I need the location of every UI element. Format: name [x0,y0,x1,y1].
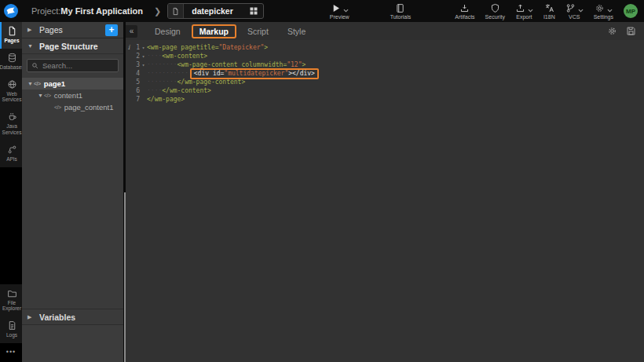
code-line-7[interactable]: 7</wm-page> [126,95,644,104]
line-number: 5 [132,79,140,86]
code-area[interactable]: i1▾<wm-page pagetitle="Datepicker">2▾···… [126,40,644,362]
pages-panel-title: Pages [39,25,63,35]
settings-button[interactable]: Settings [594,3,613,20]
more-menu-button[interactable]: ••• [0,343,22,362]
sidebar-item-pages[interactable]: Pages [0,22,22,49]
chevron-down-icon[interactable] [607,9,613,13]
project-breadcrumb[interactable]: Project:My First Application [31,6,143,16]
book-icon [395,3,405,13]
line-number: 6 [132,87,140,94]
left-rail: PagesDatabasesWeb ServicesJava ServicesA… [0,22,22,362]
scrollbar-thumb[interactable] [124,192,126,362]
page-structure-header[interactable]: ▼ Page Structure [22,38,123,54]
line-number: 1 [132,44,140,51]
save-icon[interactable] [626,26,636,36]
security-button[interactable]: Security [485,3,505,20]
markup-editor: « DesignMarkupScriptStyle i1▾<wm-page pa… [126,22,644,362]
editor-settings-gear-icon[interactable] [607,26,617,36]
fold-caret-icon[interactable]: ▾ [140,45,147,50]
chevron-down-icon[interactable] [528,9,533,13]
branch-icon [565,3,576,13]
breadcrumb-chevron-icon: ❯ [154,6,161,16]
structure-search[interactable] [27,59,119,72]
tree-item-content1[interactable]: ▼</>content1 [22,90,123,101]
sidebar-item-databases[interactable]: Databases [0,49,22,75]
code-line-4[interactable]: 4············<div id="multidatepicker"><… [126,69,644,78]
code-line-5[interactable]: 5········</wm-page-content> [126,78,644,86]
tutorials-button[interactable]: Tutorials [390,3,412,20]
search-input[interactable] [42,61,113,70]
sidebar-item-apis[interactable]: APIs [0,141,22,167]
variables-header[interactable]: ▶ Variables [22,309,123,325]
i18n-button[interactable]: I18N [543,3,555,20]
caret-down-icon[interactable]: ▼ [38,93,44,98]
page-structure-tree: ▼</>page1▼</>content1</>page_content1 [22,78,123,309]
wavemaker-logo-icon[interactable] [0,0,22,22]
export-button[interactable]: Export [515,3,533,20]
fold-caret-icon[interactable]: ▾ [140,62,147,68]
preview-button[interactable]: Preview [330,3,349,20]
search-icon [31,62,38,69]
file-icon [168,4,184,18]
page-icon [7,26,17,36]
widget-code-icon: </> [54,104,61,110]
gear-icon [595,3,605,13]
editor-tab-bar: « DesignMarkupScriptStyle [126,22,644,40]
globe-icon [7,79,17,90]
code-line-1[interactable]: i1▾<wm-page pagetitle="Datepicker"> [126,43,644,52]
topbar: Project:My First Application ❯ datepicke… [0,0,644,22]
pages-panel: ▶ Pages + ▼ Page Structure ▼</>page1▼</>… [22,22,123,362]
sidebar-item-logs[interactable]: Logs [0,316,22,343]
sidebar-item-java-services[interactable]: Java Services [0,108,22,141]
play-icon [331,3,341,13]
page-tab-label: datepicker [184,6,244,16]
gutter-marker: i [126,44,132,51]
code-line-2[interactable]: 2▾····<wm-content> [126,52,644,60]
sidebar-item-web-services[interactable]: Web Services [0,75,22,108]
widget-code-icon: </> [44,93,51,98]
coffee-icon [7,112,17,122]
widget-code-icon: </> [34,81,41,86]
variables-title: Variables [39,313,75,322]
caret-down-icon[interactable]: ▼ [27,81,34,86]
sidebar-item-file-explorer[interactable]: File Explorer [0,284,22,317]
line-number: 4 [132,70,140,77]
translate-icon [544,3,554,13]
pages-panel-header[interactable]: ▶ Pages + [22,22,123,38]
code-line-6[interactable]: 6····</wm-content> [126,86,644,95]
caret-down-icon: ▼ [27,43,34,49]
vcs-button[interactable]: VCS [565,3,584,20]
highlight-box: <div id="multidatepicker"></div> [190,68,319,79]
caret-right-icon: ▶ [27,314,34,320]
chevron-down-icon[interactable] [343,9,349,13]
avatar[interactable]: MP [624,4,638,18]
log-icon [7,320,17,331]
chevron-down-icon[interactable] [578,9,584,13]
page-structure-title: Page Structure [39,42,98,51]
page-tab-datepicker[interactable]: datepicker [167,3,264,19]
tab-markup[interactable]: Markup [192,24,236,38]
shield-icon [490,3,500,13]
caret-right-icon: ▶ [27,27,34,33]
line-number: 7 [132,96,140,103]
panel-divider[interactable] [123,22,126,362]
tab-design[interactable]: Design [147,25,188,38]
grid-icon[interactable] [244,6,263,16]
artifacts-button[interactable]: Artifacts [455,3,474,20]
add-page-button[interactable]: + [105,24,118,36]
topbar-actions: ArtifactsSecurityExportI18NVCSSettings M… [455,3,638,20]
fold-caret-icon[interactable]: ▾ [140,53,147,59]
tree-item-page1[interactable]: ▼</>page1 [22,78,123,90]
line-number: 3 [132,61,140,68]
folder-icon [7,288,17,298]
tree-item-page_content1[interactable]: </>page_content1 [22,101,123,113]
panel-bottom-filler [22,325,123,362]
tab-style[interactable]: Style [280,25,313,38]
tab-script[interactable]: Script [240,25,276,38]
download-tray-icon [459,3,470,13]
database-icon [7,53,17,63]
line-number: 2 [132,53,140,60]
upload-tray-icon [515,3,525,13]
nodes-icon [7,144,17,155]
collapse-panel-button[interactable]: « [126,25,137,38]
